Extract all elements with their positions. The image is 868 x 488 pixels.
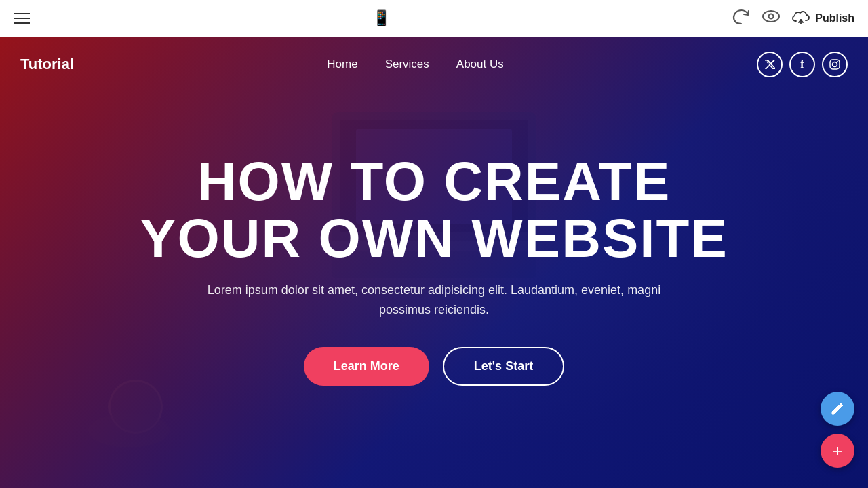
learn-more-button[interactable]: Learn More — [304, 347, 429, 386]
fab-plus-button[interactable]: + — [821, 434, 854, 468]
hero-buttons: Learn More Let's Start — [140, 347, 728, 386]
lets-start-button[interactable]: Let's Start — [443, 347, 564, 386]
svg-point-1 — [769, 14, 774, 19]
svg-rect-3 — [830, 60, 840, 69]
toolbar-center: 📱 — [372, 9, 391, 27]
site-wrapper: Tutorial Home Services About Us f — [0, 37, 868, 488]
nav-services[interactable]: Services — [385, 58, 429, 71]
twitter-icon[interactable] — [757, 52, 783, 77]
eye-icon[interactable] — [762, 9, 780, 27]
nav-about[interactable]: About Us — [456, 58, 504, 71]
hamburger-icon[interactable] — [14, 13, 30, 24]
svg-point-5 — [837, 61, 838, 62]
site-nav-links: Home Services About Us — [327, 58, 503, 71]
publish-button[interactable]: Publish — [792, 9, 854, 28]
site-nav: Tutorial Home Services About Us f — [0, 37, 868, 92]
publish-label: Publish — [815, 12, 854, 24]
cloud-upload-icon — [792, 9, 810, 28]
hero-subtitle: Lorem ipsum dolor sit amet, consectetur … — [197, 281, 671, 320]
nav-home[interactable]: Home — [327, 58, 357, 71]
fab-container: + — [821, 392, 854, 468]
hero-title-line1: HOW TO CREATE — [197, 151, 671, 211]
phone-icon: 📱 — [372, 9, 391, 27]
hero-title-line2: YOUR OWN WEBSITE — [140, 208, 728, 268]
undo-icon[interactable] — [732, 9, 750, 28]
social-icons: f — [757, 52, 848, 77]
toolbar-right: Publish — [732, 9, 854, 28]
site-logo: Tutorial — [20, 56, 74, 73]
svg-point-0 — [763, 11, 779, 22]
facebook-icon[interactable]: f — [789, 52, 815, 77]
plus-icon: + — [832, 442, 842, 460]
instagram-icon[interactable] — [822, 52, 848, 77]
toolbar: 📱 Publish — [0, 0, 868, 37]
hero-title: HOW TO CREATE YOUR OWN WEBSITE — [140, 153, 728, 267]
svg-point-4 — [832, 62, 837, 67]
hero-content: HOW TO CREATE YOUR OWN WEBSITE Lorem ips… — [140, 140, 728, 386]
toolbar-left — [14, 13, 30, 24]
fab-pencil-button[interactable] — [821, 392, 854, 426]
